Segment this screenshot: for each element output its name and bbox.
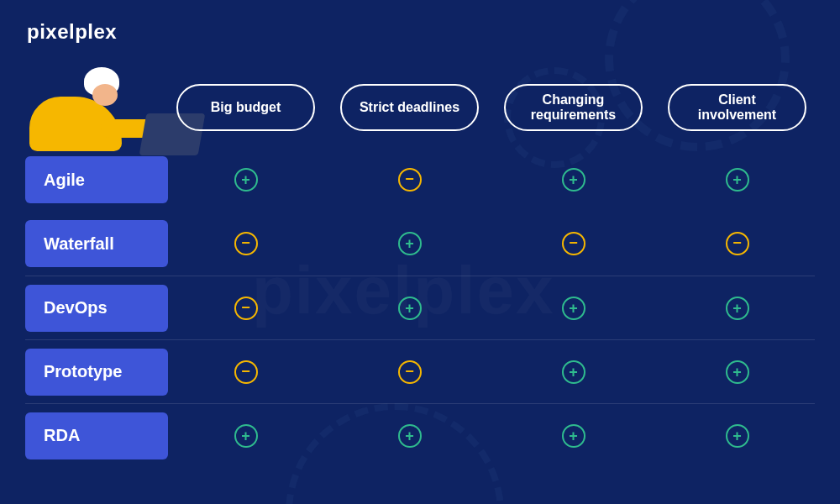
table-row: Prototype−−++	[25, 339, 815, 403]
table-row: Agile+−++	[25, 148, 815, 212]
table-cell: −	[504, 232, 643, 255]
plus-icon: +	[398, 297, 422, 320]
minus-icon: −	[234, 360, 258, 384]
row-label: Prototype	[25, 349, 168, 396]
table-row: RDA++++	[25, 403, 815, 467]
table-cell: +	[176, 424, 315, 448]
row-label: RDA	[25, 412, 168, 459]
minus-icon: −	[398, 360, 422, 384]
minus-icon: −	[398, 168, 422, 192]
table-cell: −	[176, 360, 315, 384]
minus-icon: −	[562, 232, 585, 255]
row-label: Waterfall	[25, 220, 168, 267]
row-label: DevOps	[25, 285, 168, 332]
column-header: Strict deadlines	[340, 84, 479, 131]
row-label: Agile	[25, 156, 168, 203]
table-cell: −	[340, 360, 479, 384]
table-header-row: Big budget Strict deadlines Changing req…	[25, 84, 815, 131]
minus-icon: −	[234, 232, 258, 255]
plus-icon: +	[562, 424, 585, 448]
plus-icon: +	[234, 424, 258, 448]
column-header: Big budget	[176, 84, 315, 131]
table-cell: +	[668, 297, 806, 320]
table-cell: +	[668, 360, 806, 384]
table-row: Waterfall−+−−	[25, 212, 815, 276]
table-cell: +	[668, 424, 806, 448]
table-cell: +	[504, 297, 643, 320]
comparison-table: Big budget Strict deadlines Changing req…	[25, 84, 815, 467]
table-cell: +	[340, 297, 479, 320]
plus-icon: +	[398, 232, 422, 255]
plus-icon: +	[562, 297, 585, 320]
table-cell: +	[504, 360, 643, 384]
plus-icon: +	[726, 360, 749, 384]
plus-icon: +	[726, 424, 749, 448]
column-header: Changing requirements	[504, 84, 643, 131]
table-cell: +	[340, 232, 479, 255]
minus-icon: −	[726, 232, 749, 255]
minus-icon: −	[234, 297, 258, 320]
table-cell: −	[340, 168, 479, 192]
plus-icon: +	[726, 168, 749, 192]
table-cell: +	[176, 168, 315, 192]
table-cell: +	[504, 424, 643, 448]
table-cell: +	[340, 424, 479, 448]
plus-icon: +	[562, 360, 585, 384]
table-cell: −	[668, 232, 806, 255]
table-cell: −	[176, 232, 315, 255]
plus-icon: +	[398, 424, 422, 448]
plus-icon: +	[726, 297, 749, 320]
brand-logo: pixelplex	[27, 20, 117, 44]
table-cell: +	[668, 168, 806, 192]
plus-icon: +	[562, 168, 585, 192]
table-row: DevOps−+++	[25, 276, 815, 339]
table-cell: −	[176, 297, 315, 320]
plus-icon: +	[234, 168, 258, 192]
table-cell: +	[504, 168, 643, 192]
column-header: Client involvement	[668, 84, 806, 131]
